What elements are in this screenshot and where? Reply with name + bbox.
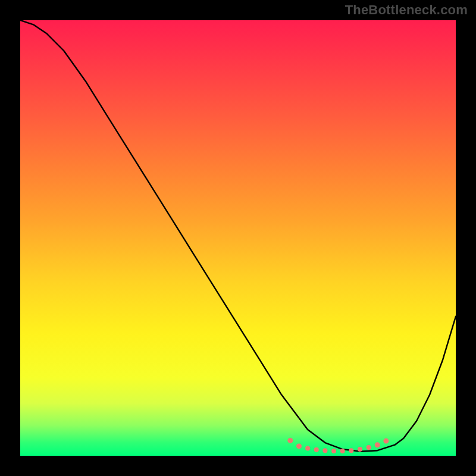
plot-area (20, 20, 456, 456)
curve-layer (20, 20, 456, 456)
highlight-marker (314, 447, 319, 452)
highlight-marker (331, 449, 336, 453)
highlight-marker (322, 448, 327, 453)
highlight-marker (296, 443, 302, 449)
bottleneck-curve (20, 20, 456, 452)
highlight-marker (340, 449, 345, 453)
highlight-marker (305, 446, 310, 451)
highlight-marker (375, 442, 380, 447)
highlight-marker (367, 445, 371, 450)
watermark-text: TheBottleneck.com (345, 2, 468, 18)
highlight-marker (383, 439, 389, 444)
chart-frame: TheBottleneck.com (0, 0, 476, 476)
highlight-marker (287, 438, 293, 443)
highlight-marker (349, 448, 353, 453)
highlight-marker (358, 447, 362, 452)
